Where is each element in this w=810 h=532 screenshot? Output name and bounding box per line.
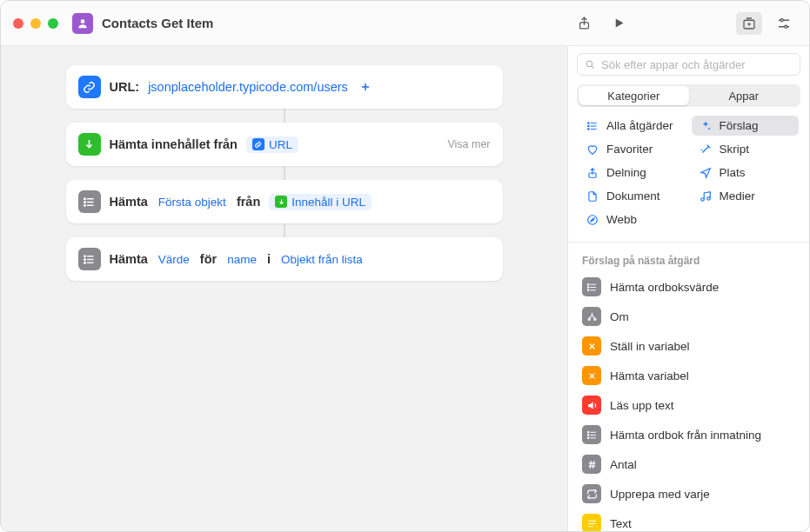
cat-media[interactable]: Medier	[692, 186, 800, 206]
download-icon	[78, 133, 101, 156]
window-title: Contacts Get Item	[102, 16, 213, 30]
music-icon	[699, 190, 713, 203]
svg-point-12	[588, 122, 590, 123]
share-icon	[586, 167, 599, 179]
svg-point-10	[84, 262, 86, 263]
suggestion-item[interactable]: Om	[577, 302, 800, 331]
suggestion-item[interactable]: Upprepa med varje	[577, 479, 800, 509]
suggestion-item[interactable]: Hämta variabel	[577, 361, 800, 390]
cat-scripting[interactable]: Skript	[692, 139, 800, 159]
svg-point-8	[84, 255, 86, 256]
suggestion-label: Läs upp text	[610, 399, 674, 412]
share-button[interactable]	[571, 12, 597, 35]
svg-point-0	[81, 19, 85, 23]
param-value[interactable]: Värde	[157, 251, 191, 268]
cat-documents[interactable]: Dokument	[579, 186, 686, 206]
search-field[interactable]: Sök efter appar och åtgärder	[577, 53, 800, 76]
add-url-button[interactable]	[357, 78, 374, 96]
shortcut-app-icon	[72, 13, 93, 34]
library-toggle-button[interactable]	[736, 12, 762, 35]
suggestion-item[interactable]: Text	[577, 509, 800, 531]
cat-label: Förslag	[720, 119, 759, 132]
variable-token-url[interactable]: URL	[246, 136, 298, 153]
connector	[284, 223, 285, 237]
titlebar: Contacts Get Item	[1, 1, 809, 46]
param-first-item[interactable]: Första objekt	[157, 194, 228, 210]
cat-all-actions[interactable]: Alla åtgärder	[579, 116, 686, 136]
svg-point-9	[84, 258, 86, 260]
svg-point-20	[587, 286, 588, 287]
text-icon	[582, 514, 601, 531]
suggestion-label: Hämta variabel	[610, 369, 689, 382]
close-window-button[interactable]	[13, 18, 23, 29]
action-url[interactable]: URL: jsonplaceholder.typicode.com/users	[66, 65, 503, 109]
cat-label: Favoriter	[606, 143, 653, 156]
list-icon	[78, 248, 101, 270]
branch-icon	[582, 307, 601, 326]
list-icon	[582, 425, 601, 444]
cat-web[interactable]: Webb	[579, 209, 686, 229]
run-button[interactable]	[606, 12, 632, 35]
svg-point-13	[588, 125, 590, 127]
download-icon	[275, 196, 287, 208]
suggestion-item[interactable]: Ställ in variabel	[577, 331, 800, 361]
svg-point-7	[84, 204, 86, 206]
action-get-item-from-list[interactable]: Hämta Första objekt från Innehåll i URL	[66, 180, 503, 223]
cat-label: Dokument	[606, 190, 660, 203]
tab-categories[interactable]: Kategorier	[579, 86, 689, 105]
url-value[interactable]: jsonplaceholder.typicode.com/users	[148, 80, 348, 94]
cat-label: Alla åtgärder	[606, 119, 673, 132]
minimize-window-button[interactable]	[30, 18, 41, 29]
svg-point-11	[586, 61, 592, 67]
suggestion-label: Hämta ordboksvärde	[610, 281, 719, 294]
svg-point-22	[588, 318, 590, 320]
sparkle-icon	[699, 120, 713, 132]
cat-label: Webb	[606, 213, 637, 226]
svg-point-4	[785, 25, 787, 28]
action-text: i	[267, 252, 271, 266]
svg-point-23	[593, 318, 595, 320]
suggestion-item[interactable]: Läs upp text	[577, 390, 800, 420]
workflow-canvas[interactable]: URL: jsonplaceholder.typicode.com/users …	[1, 46, 567, 531]
svg-point-18	[588, 215, 598, 224]
window-controls	[13, 18, 58, 29]
suggestion-item[interactable]: Hämta ordboksvärde	[577, 272, 800, 302]
cat-favorites[interactable]: Favoriter	[579, 139, 686, 159]
svg-point-21	[587, 289, 588, 290]
body: URL: jsonplaceholder.typicode.com/users …	[1, 46, 809, 531]
settings-button[interactable]	[771, 12, 797, 35]
search-icon	[585, 59, 596, 70]
param-dictionary[interactable]: Objekt från lista	[279, 251, 365, 268]
cat-location[interactable]: Plats	[692, 163, 800, 183]
svg-point-24	[587, 431, 588, 432]
suggestions-list: Förslag på nästa åtgärd Hämta ordboksvär…	[568, 249, 809, 531]
action-text: Hämta	[110, 195, 148, 209]
search-placeholder: Sök efter appar och åtgärder	[601, 58, 746, 71]
cat-label: Skript	[720, 143, 750, 156]
tab-apps[interactable]: Appar	[689, 86, 800, 105]
app-window: Contacts Get Item URL: jsonplaceholder.t…	[0, 0, 810, 532]
action-get-dictionary-value[interactable]: Hämta Värde för name i Objekt från lista	[66, 237, 503, 281]
variable-token-url-contents[interactable]: Innehåll i URL	[269, 194, 372, 210]
suggestion-label: Ställ in variabel	[610, 340, 690, 353]
param-key-name[interactable]: name	[225, 251, 258, 268]
suggestion-item[interactable]: Hämta ordbok från inmatning	[577, 420, 800, 449]
zoom-window-button[interactable]	[48, 18, 58, 29]
url-label: URL:	[110, 80, 140, 94]
cat-sharing[interactable]: Delning	[579, 163, 686, 183]
sound-icon	[582, 396, 601, 415]
cat-label: Medier	[720, 190, 755, 203]
suggestion-item[interactable]: Antal	[577, 449, 800, 479]
cat-suggestions[interactable]: Förslag	[692, 116, 800, 136]
category-grid: Alla åtgärder Förslag Favoriter Skript D…	[568, 116, 809, 238]
x-icon	[582, 366, 601, 385]
hash-icon	[582, 455, 601, 474]
x-icon	[582, 336, 601, 356]
svg-point-3	[780, 18, 783, 21]
show-more-button[interactable]: Visa mer	[447, 138, 490, 150]
link-icon	[78, 76, 101, 98]
list-icon	[78, 190, 101, 213]
action-get-contents[interactable]: Hämta innehållet från URL Visa mer	[66, 123, 503, 166]
list-icon	[586, 120, 599, 132]
document-icon	[586, 190, 599, 203]
